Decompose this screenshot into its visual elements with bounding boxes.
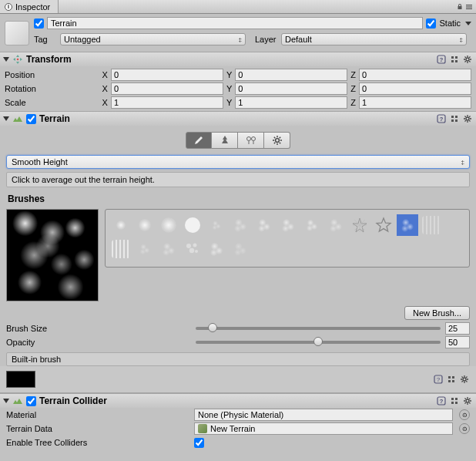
enable-tree-checkbox[interactable] (194, 438, 204, 448)
gear-icon[interactable] (462, 54, 473, 65)
brush-thumb-11[interactable] (373, 214, 394, 236)
brush-thumb-4[interactable] (206, 214, 227, 236)
brush-thumb-6[interactable] (253, 214, 275, 236)
material-field[interactable]: None (Physic Material) (194, 409, 453, 421)
svg-point-17 (466, 117, 469, 120)
brush-thumb-15[interactable] (134, 238, 156, 260)
brush-thumb-19[interactable] (230, 238, 251, 260)
preset-icon[interactable] (449, 113, 460, 124)
preset-icon[interactable] (449, 395, 460, 406)
preset-icon[interactable] (446, 374, 457, 385)
gear-icon[interactable] (462, 395, 473, 406)
terrain-header[interactable]: Terrain ? (0, 112, 476, 126)
opacity-slider[interactable] (196, 341, 441, 344)
help-icon[interactable]: ? (436, 113, 447, 124)
terrain-data-field[interactable]: New Terrain (194, 422, 453, 435)
material-swatch[interactable] (6, 371, 35, 388)
svg-rect-16 (455, 119, 458, 122)
paint-tool-button[interactable] (186, 132, 212, 149)
svg-rect-1 (466, 6, 472, 7)
svg-point-22 (193, 244, 197, 247)
inspector-tab[interactable]: i Inspector (0, 0, 59, 13)
details-tool-button[interactable] (238, 132, 264, 149)
svg-text:?: ? (440, 116, 444, 123)
brush-size-slider[interactable] (196, 327, 441, 330)
gameobject-name-input[interactable] (47, 17, 423, 29)
scale-y-input[interactable] (235, 96, 347, 109)
brush-thumb-8[interactable] (301, 214, 323, 236)
brush-thumb-7[interactable] (277, 214, 299, 236)
svg-point-38 (466, 399, 469, 402)
svg-rect-7 (455, 56, 458, 59)
settings-tool-button[interactable] (264, 132, 290, 149)
terrain-enable-checkbox[interactable] (26, 114, 36, 124)
svg-rect-35 (455, 398, 458, 400)
brush-thumb-9[interactable] (325, 214, 347, 236)
brush-thumb-0[interactable] (110, 214, 132, 236)
trees-tool-button[interactable] (212, 132, 238, 149)
brush-thumb-3[interactable] (182, 214, 203, 236)
slider-thumb[interactable] (208, 323, 217, 332)
opacity-input[interactable] (445, 336, 470, 348)
transform-header[interactable]: Transform ? (0, 52, 476, 66)
scale-x-input[interactable] (111, 96, 223, 109)
brush-thumb-16[interactable] (158, 238, 179, 260)
y-label: Y (226, 70, 232, 79)
material-value: None (Physic Material) (198, 410, 283, 419)
brush-thumb-17[interactable] (182, 238, 203, 260)
help-icon[interactable]: ? (436, 395, 447, 406)
help-icon[interactable]: ? (436, 54, 447, 65)
svg-rect-6 (451, 56, 454, 59)
svg-point-18 (246, 137, 250, 141)
brush-thumb-5[interactable] (230, 214, 251, 236)
position-label: Position (5, 70, 99, 79)
collider-title: Terrain Collider (39, 395, 433, 406)
dropdown-arrow-icon: ‡ (461, 159, 464, 166)
brush-thumb-13[interactable] (421, 214, 442, 236)
svg-rect-28 (452, 376, 454, 379)
gear-icon[interactable] (462, 113, 473, 124)
brush-thumb-18[interactable] (206, 238, 227, 260)
scale-z-input[interactable] (359, 96, 471, 109)
lock-icon[interactable] (456, 3, 464, 11)
rotation-y-input[interactable] (235, 82, 347, 95)
terrain-icon (12, 395, 23, 406)
brush-thumb-12[interactable] (397, 214, 418, 236)
rotation-x-input[interactable] (111, 82, 223, 95)
tab-title: Inspector (15, 2, 50, 12)
svg-rect-0 (466, 5, 472, 5)
gear-icon[interactable] (459, 374, 470, 385)
gameobject-icon[interactable] (5, 21, 29, 45)
svg-rect-27 (448, 376, 451, 379)
foldout-icon (3, 116, 9, 121)
tag-dropdown[interactable]: Untagged ‡ (60, 33, 246, 45)
brush-thumb-10[interactable] (349, 214, 370, 236)
collider-header[interactable]: Terrain Collider ? (0, 394, 476, 408)
preset-icon[interactable] (449, 54, 460, 65)
rotation-z-input[interactable] (359, 82, 471, 95)
panel-menu-icon[interactable] (465, 3, 473, 11)
terrain-icon (12, 113, 23, 124)
brush-thumb-2[interactable] (158, 214, 179, 236)
position-y-input[interactable] (235, 69, 347, 81)
object-picker-icon[interactable]: ⊙ (459, 409, 470, 420)
static-checkbox[interactable] (426, 19, 436, 29)
position-z-input[interactable] (359, 69, 471, 81)
brush-thumb-14[interactable] (110, 238, 132, 260)
terrain-tool-dropdown[interactable]: Smooth Height ‡ (6, 155, 470, 169)
brush-thumb-1[interactable] (134, 214, 156, 236)
layer-dropdown[interactable]: Default ‡ (281, 33, 467, 45)
static-dropdown-icon[interactable] (465, 22, 471, 25)
new-brush-button[interactable]: New Brush... (404, 306, 470, 320)
position-x-input[interactable] (111, 69, 223, 81)
object-picker-icon[interactable]: ⊙ (459, 423, 470, 434)
brush-size-input[interactable] (445, 322, 470, 335)
gameobject-active-checkbox[interactable] (34, 19, 44, 29)
svg-text:?: ? (440, 56, 444, 63)
inspector-tab-bar: i Inspector (0, 0, 476, 14)
help-icon[interactable]: ? (433, 374, 444, 385)
svg-point-23 (189, 248, 194, 253)
tag-value: Untagged (64, 35, 101, 44)
slider-thumb[interactable] (313, 337, 323, 346)
collider-enable-checkbox[interactable] (26, 396, 36, 406)
